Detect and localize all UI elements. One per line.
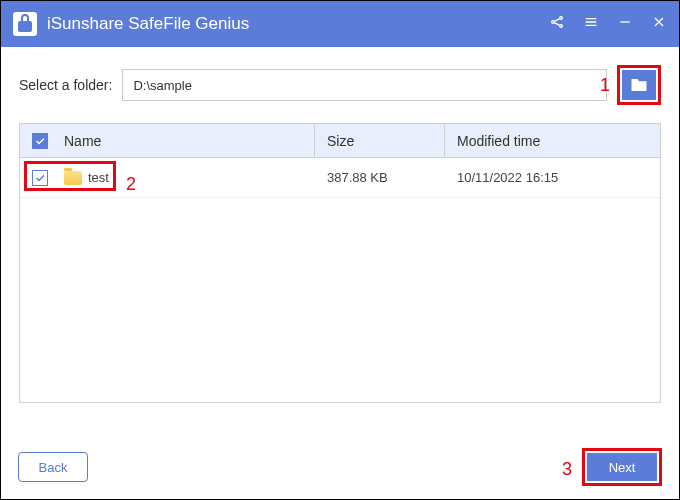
- annotation-3: 3: [562, 459, 572, 480]
- folder-label: Select a folder:: [19, 77, 112, 93]
- annotation-box-1: [617, 65, 661, 105]
- row-checkbox[interactable]: [32, 170, 48, 186]
- next-button[interactable]: Next: [587, 453, 657, 481]
- table-row[interactable]: test 387.88 KB 10/11/2022 16:15: [20, 158, 660, 198]
- folder-icon: [64, 171, 82, 185]
- app-title: iSunshare SafeFile Genius: [47, 14, 549, 34]
- folder-path-input[interactable]: [122, 69, 607, 101]
- row-name: test: [88, 170, 109, 185]
- back-button[interactable]: Back: [18, 452, 88, 482]
- app-lock-icon: [13, 12, 37, 36]
- close-icon[interactable]: [651, 14, 667, 34]
- minimize-icon[interactable]: [617, 14, 633, 34]
- svg-point-2: [560, 25, 563, 28]
- svg-point-1: [560, 17, 563, 20]
- browse-button[interactable]: [622, 70, 656, 100]
- column-name[interactable]: Name: [60, 124, 315, 157]
- column-time[interactable]: Modified time: [445, 124, 660, 157]
- column-size[interactable]: Size: [315, 124, 445, 157]
- menu-icon[interactable]: [583, 14, 599, 34]
- file-list: Name Size Modified time test 387.88 KB 1…: [19, 123, 661, 403]
- annotation-box-3: Next: [582, 448, 662, 486]
- file-list-header: Name Size Modified time: [20, 124, 660, 158]
- row-time: 10/11/2022 16:15: [445, 170, 660, 185]
- titlebar: iSunshare SafeFile Genius: [1, 1, 679, 47]
- svg-point-0: [552, 21, 555, 24]
- annotation-2: 2: [126, 174, 136, 195]
- select-all-checkbox[interactable]: [32, 133, 48, 149]
- share-icon[interactable]: [549, 14, 565, 34]
- row-size: 387.88 KB: [315, 170, 445, 185]
- annotation-1: 1: [600, 75, 610, 96]
- folder-selector: Select a folder:: [19, 65, 661, 105]
